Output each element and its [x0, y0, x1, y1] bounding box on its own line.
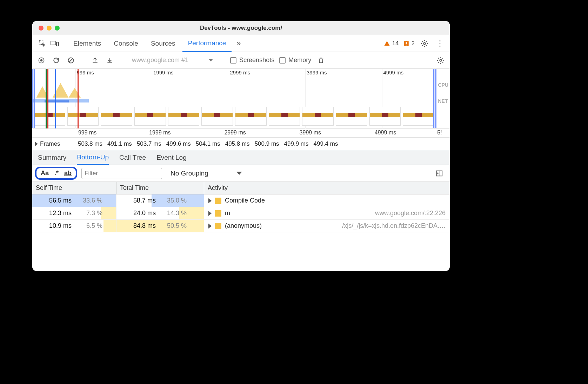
activity-source[interactable]: www.google.com/:22:226 — [375, 210, 446, 217]
expand-triangle-icon[interactable] — [208, 224, 212, 229]
screenshots-checkbox[interactable]: Screenshots — [230, 57, 274, 64]
toggle-details-pane-icon[interactable] — [434, 168, 444, 178]
screenshot-thumb[interactable] — [269, 107, 300, 126]
reload-record-button[interactable] — [51, 55, 61, 65]
svg-point-6 — [423, 42, 426, 45]
subtab-summary[interactable]: Summary — [38, 150, 66, 165]
screenshot-thumb[interactable] — [168, 107, 200, 126]
zoom-window-button[interactable] — [55, 26, 60, 31]
frame-duration: 503.7 ms — [137, 140, 161, 147]
total-pct: 14.3 % — [159, 210, 190, 217]
tab-sources[interactable]: Sources — [145, 35, 181, 52]
svg-point-11 — [440, 59, 442, 61]
screenshot-thumb[interactable] — [336, 107, 367, 126]
garbage-collect-icon[interactable] — [316, 55, 326, 65]
screenshot-thumb[interactable] — [235, 107, 267, 126]
device-toggle-icon[interactable] — [49, 38, 60, 49]
regex-toggle[interactable]: .* — [54, 170, 59, 177]
frame-duration: 504.1 ms — [196, 140, 220, 147]
screenshot-thumb[interactable] — [134, 107, 166, 126]
divider — [333, 56, 333, 65]
range-handle-end[interactable] — [433, 69, 436, 128]
screenshot-thumb[interactable] — [67, 107, 99, 126]
more-tabs-icon[interactable]: » — [233, 38, 244, 49]
detail-ruler[interactable]: 999 ms 1999 ms 2999 ms 3999 ms 4999 ms 5… — [32, 128, 450, 138]
upload-profile-button[interactable] — [90, 55, 100, 65]
screenshot-thumb[interactable] — [403, 107, 434, 126]
range-handle-start[interactable] — [32, 69, 35, 128]
match-case-toggle[interactable]: Aa — [41, 170, 49, 177]
tab-console[interactable]: Console — [108, 35, 144, 52]
chevron-down-icon — [236, 172, 242, 175]
divider — [83, 56, 83, 65]
recording-selector[interactable]: www.google.com #1 — [129, 57, 216, 64]
svg-rect-1 — [51, 41, 56, 45]
main-tabbar: Elements Console Sources Performance » 1… — [32, 35, 450, 52]
screenshot-thumb[interactable] — [101, 107, 132, 126]
cpu-label: CPU — [438, 82, 448, 88]
col-activity[interactable]: Activity — [204, 182, 450, 194]
total-time-cell: 84.8 ms50.5 % — [116, 220, 204, 232]
grouping-select[interactable]: No Grouping — [171, 170, 242, 177]
record-button[interactable] — [36, 55, 46, 65]
total-ms: 58.7 ms — [116, 197, 159, 204]
col-total-time[interactable]: Total Time — [116, 182, 204, 194]
tab-performance[interactable]: Performance — [182, 35, 232, 52]
settings-gear-icon[interactable] — [419, 38, 430, 49]
screenshot-thumb[interactable] — [369, 107, 401, 126]
filter-input[interactable] — [81, 168, 162, 179]
total-time-cell: 24.0 ms14.3 % — [116, 207, 204, 219]
minimize-window-button[interactable] — [47, 26, 52, 31]
memory-label: Memory — [288, 57, 311, 64]
warnings-badge[interactable]: 14 — [384, 40, 399, 47]
expand-triangle-icon — [35, 142, 38, 146]
tick: 1999 ms — [149, 130, 171, 136]
capture-settings-gear-icon[interactable] — [436, 55, 446, 65]
perf-toolbar: www.google.com #1 Screenshots Memory — [32, 52, 450, 69]
subtab-call-tree[interactable]: Call Tree — [119, 150, 146, 165]
activity-source[interactable]: /xjs/_/js/k=xjs.hd.en.fdzp62cEnDA.… — [342, 222, 446, 230]
screenshot-thumb[interactable] — [201, 107, 233, 126]
activity-name: (anonymous) — [225, 222, 262, 230]
frame-duration: 499.9 ms — [284, 140, 309, 147]
tick: 999 ms — [77, 69, 94, 75]
tab-elements[interactable]: Elements — [68, 35, 107, 52]
screenshots-label: Screenshots — [239, 57, 274, 64]
activity-color-swatch — [215, 210, 221, 217]
tick: 1999 ms — [153, 69, 174, 75]
issues-badge[interactable]: 2 — [403, 40, 415, 47]
titlebar: DevTools - www.google.com/ — [32, 21, 450, 35]
self-time-cell: 10.9 ms6.5 % — [32, 220, 116, 232]
inspect-element-icon[interactable] — [36, 38, 48, 49]
screenshot-thumb[interactable] — [302, 107, 334, 126]
self-time-cell: 12.3 ms7.3 % — [32, 207, 116, 219]
net-label: NET — [438, 98, 448, 104]
timing-marker — [78, 69, 79, 128]
close-window-button[interactable] — [39, 26, 44, 31]
download-profile-button[interactable] — [105, 55, 115, 65]
overview-timeline[interactable]: 999 ms 1999 ms 2999 ms 3999 ms 4999 ms C… — [32, 69, 450, 128]
clear-button[interactable] — [66, 55, 76, 65]
expand-triangle-icon[interactable] — [208, 211, 212, 216]
table-row[interactable]: 12.3 ms7.3 %24.0 ms14.3 %mwww.google.com… — [32, 207, 450, 220]
memory-checkbox[interactable]: Memory — [279, 57, 311, 64]
window-title: DevTools - www.google.com/ — [32, 25, 450, 32]
col-self-time[interactable]: Self Time — [32, 182, 116, 194]
table-row[interactable]: 56.5 ms33.6 %58.7 ms35.0 %Compile Code — [32, 194, 450, 207]
activity-color-swatch — [215, 223, 221, 229]
frames-track-header[interactable]: Frames — [32, 140, 78, 147]
total-ms: 84.8 ms — [116, 222, 159, 230]
more-menu-icon[interactable]: ⋮ — [434, 38, 446, 49]
whole-word-toggle[interactable]: ab — [64, 170, 72, 177]
tick: 3999 ms — [307, 69, 327, 75]
subtab-event-log[interactable]: Event Log — [156, 150, 187, 165]
table-row[interactable]: 10.9 ms6.5 %84.8 ms50.5 %(anonymous)/xjs… — [32, 220, 450, 232]
screenshot-thumb[interactable] — [34, 107, 65, 126]
issues-count: 2 — [412, 40, 415, 47]
svg-rect-4 — [406, 42, 407, 44]
tick: 2999 ms — [224, 130, 246, 136]
svg-line-10 — [69, 59, 73, 62]
subtab-bottom-up[interactable]: Bottom-Up — [77, 151, 109, 165]
expand-triangle-icon[interactable] — [208, 198, 212, 203]
frames-track[interactable]: Frames 503.8 ms 491.1 ms 503.7 ms 499.6 … — [32, 138, 450, 150]
